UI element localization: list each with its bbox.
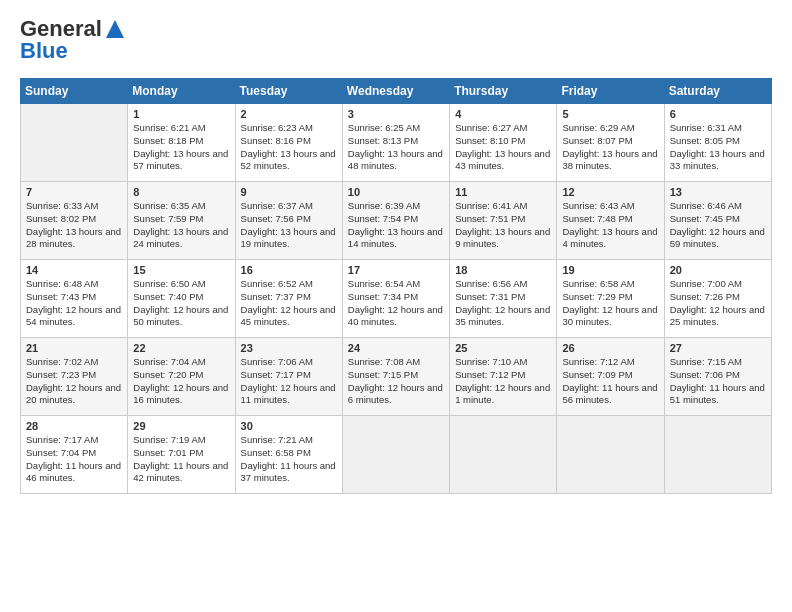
weekday-header: Tuesday	[235, 79, 342, 104]
day-number: 5	[562, 108, 658, 120]
day-number: 4	[455, 108, 551, 120]
calendar-day-cell: 7Sunrise: 6:33 AMSunset: 8:02 PMDaylight…	[21, 182, 128, 260]
day-number: 6	[670, 108, 766, 120]
day-info: Sunrise: 7:00 AMSunset: 7:26 PMDaylight:…	[670, 278, 766, 329]
day-info: Sunrise: 7:17 AMSunset: 7:04 PMDaylight:…	[26, 434, 122, 485]
header-row: SundayMondayTuesdayWednesdayThursdayFrid…	[21, 79, 772, 104]
day-number: 15	[133, 264, 229, 276]
day-info: Sunrise: 6:48 AMSunset: 7:43 PMDaylight:…	[26, 278, 122, 329]
day-number: 26	[562, 342, 658, 354]
calendar-day-cell: 26Sunrise: 7:12 AMSunset: 7:09 PMDayligh…	[557, 338, 664, 416]
day-info: Sunrise: 6:25 AMSunset: 8:13 PMDaylight:…	[348, 122, 444, 173]
day-info: Sunrise: 6:52 AMSunset: 7:37 PMDaylight:…	[241, 278, 337, 329]
day-info: Sunrise: 6:43 AMSunset: 7:48 PMDaylight:…	[562, 200, 658, 251]
calendar-day-cell: 22Sunrise: 7:04 AMSunset: 7:20 PMDayligh…	[128, 338, 235, 416]
weekday-header: Sunday	[21, 79, 128, 104]
weekday-header: Monday	[128, 79, 235, 104]
calendar-week-row: 28Sunrise: 7:17 AMSunset: 7:04 PMDayligh…	[21, 416, 772, 494]
calendar-day-cell: 29Sunrise: 7:19 AMSunset: 7:01 PMDayligh…	[128, 416, 235, 494]
day-number: 1	[133, 108, 229, 120]
calendar-day-cell: 11Sunrise: 6:41 AMSunset: 7:51 PMDayligh…	[450, 182, 557, 260]
day-info: Sunrise: 7:02 AMSunset: 7:23 PMDaylight:…	[26, 356, 122, 407]
day-info: Sunrise: 6:41 AMSunset: 7:51 PMDaylight:…	[455, 200, 551, 251]
calendar-day-cell: 13Sunrise: 6:46 AMSunset: 7:45 PMDayligh…	[664, 182, 771, 260]
day-number: 8	[133, 186, 229, 198]
day-number: 7	[26, 186, 122, 198]
calendar-day-cell: 18Sunrise: 6:56 AMSunset: 7:31 PMDayligh…	[450, 260, 557, 338]
calendar-day-cell: 27Sunrise: 7:15 AMSunset: 7:06 PMDayligh…	[664, 338, 771, 416]
day-info: Sunrise: 6:58 AMSunset: 7:29 PMDaylight:…	[562, 278, 658, 329]
day-info: Sunrise: 6:23 AMSunset: 8:16 PMDaylight:…	[241, 122, 337, 173]
day-number: 14	[26, 264, 122, 276]
day-number: 24	[348, 342, 444, 354]
page-header: General Blue	[20, 16, 772, 64]
day-info: Sunrise: 6:39 AMSunset: 7:54 PMDaylight:…	[348, 200, 444, 251]
day-info: Sunrise: 6:29 AMSunset: 8:07 PMDaylight:…	[562, 122, 658, 173]
day-info: Sunrise: 7:15 AMSunset: 7:06 PMDaylight:…	[670, 356, 766, 407]
day-number: 25	[455, 342, 551, 354]
calendar-week-row: 7Sunrise: 6:33 AMSunset: 8:02 PMDaylight…	[21, 182, 772, 260]
day-number: 29	[133, 420, 229, 432]
day-number: 17	[348, 264, 444, 276]
calendar-table: SundayMondayTuesdayWednesdayThursdayFrid…	[20, 78, 772, 494]
calendar-week-row: 1Sunrise: 6:21 AMSunset: 8:18 PMDaylight…	[21, 104, 772, 182]
calendar-day-cell	[557, 416, 664, 494]
day-info: Sunrise: 7:10 AMSunset: 7:12 PMDaylight:…	[455, 356, 551, 407]
day-number: 21	[26, 342, 122, 354]
calendar-day-cell: 24Sunrise: 7:08 AMSunset: 7:15 PMDayligh…	[342, 338, 449, 416]
calendar-day-cell	[450, 416, 557, 494]
day-info: Sunrise: 7:04 AMSunset: 7:20 PMDaylight:…	[133, 356, 229, 407]
day-number: 19	[562, 264, 658, 276]
day-number: 18	[455, 264, 551, 276]
day-info: Sunrise: 6:56 AMSunset: 7:31 PMDaylight:…	[455, 278, 551, 329]
calendar-week-row: 21Sunrise: 7:02 AMSunset: 7:23 PMDayligh…	[21, 338, 772, 416]
day-number: 10	[348, 186, 444, 198]
day-number: 27	[670, 342, 766, 354]
calendar-day-cell: 17Sunrise: 6:54 AMSunset: 7:34 PMDayligh…	[342, 260, 449, 338]
day-number: 30	[241, 420, 337, 432]
weekday-header: Saturday	[664, 79, 771, 104]
day-info: Sunrise: 7:19 AMSunset: 7:01 PMDaylight:…	[133, 434, 229, 485]
calendar-day-cell: 6Sunrise: 6:31 AMSunset: 8:05 PMDaylight…	[664, 104, 771, 182]
calendar-day-cell	[664, 416, 771, 494]
logo-icon	[104, 18, 126, 40]
weekday-header: Thursday	[450, 79, 557, 104]
calendar-day-cell: 28Sunrise: 7:17 AMSunset: 7:04 PMDayligh…	[21, 416, 128, 494]
calendar-day-cell	[21, 104, 128, 182]
calendar-week-row: 14Sunrise: 6:48 AMSunset: 7:43 PMDayligh…	[21, 260, 772, 338]
day-number: 16	[241, 264, 337, 276]
day-number: 23	[241, 342, 337, 354]
weekday-header: Friday	[557, 79, 664, 104]
day-number: 20	[670, 264, 766, 276]
day-number: 2	[241, 108, 337, 120]
weekday-header: Wednesday	[342, 79, 449, 104]
logo: General Blue	[20, 16, 126, 64]
calendar-day-cell: 19Sunrise: 6:58 AMSunset: 7:29 PMDayligh…	[557, 260, 664, 338]
calendar-day-cell: 23Sunrise: 7:06 AMSunset: 7:17 PMDayligh…	[235, 338, 342, 416]
day-number: 28	[26, 420, 122, 432]
day-info: Sunrise: 6:37 AMSunset: 7:56 PMDaylight:…	[241, 200, 337, 251]
day-info: Sunrise: 6:21 AMSunset: 8:18 PMDaylight:…	[133, 122, 229, 173]
day-info: Sunrise: 7:06 AMSunset: 7:17 PMDaylight:…	[241, 356, 337, 407]
calendar-day-cell: 9Sunrise: 6:37 AMSunset: 7:56 PMDaylight…	[235, 182, 342, 260]
calendar-day-cell: 21Sunrise: 7:02 AMSunset: 7:23 PMDayligh…	[21, 338, 128, 416]
svg-marker-0	[106, 20, 124, 38]
page-container: General Blue SundayMondayTuesdayWednesda…	[0, 0, 792, 504]
calendar-day-cell: 1Sunrise: 6:21 AMSunset: 8:18 PMDaylight…	[128, 104, 235, 182]
day-info: Sunrise: 6:46 AMSunset: 7:45 PMDaylight:…	[670, 200, 766, 251]
calendar-day-cell: 30Sunrise: 7:21 AMSunset: 6:58 PMDayligh…	[235, 416, 342, 494]
calendar-day-cell: 5Sunrise: 6:29 AMSunset: 8:07 PMDaylight…	[557, 104, 664, 182]
calendar-day-cell: 14Sunrise: 6:48 AMSunset: 7:43 PMDayligh…	[21, 260, 128, 338]
calendar-day-cell: 25Sunrise: 7:10 AMSunset: 7:12 PMDayligh…	[450, 338, 557, 416]
day-number: 9	[241, 186, 337, 198]
day-info: Sunrise: 6:31 AMSunset: 8:05 PMDaylight:…	[670, 122, 766, 173]
day-number: 12	[562, 186, 658, 198]
day-info: Sunrise: 7:12 AMSunset: 7:09 PMDaylight:…	[562, 356, 658, 407]
calendar-day-cell: 15Sunrise: 6:50 AMSunset: 7:40 PMDayligh…	[128, 260, 235, 338]
calendar-day-cell: 20Sunrise: 7:00 AMSunset: 7:26 PMDayligh…	[664, 260, 771, 338]
day-info: Sunrise: 6:35 AMSunset: 7:59 PMDaylight:…	[133, 200, 229, 251]
day-info: Sunrise: 7:08 AMSunset: 7:15 PMDaylight:…	[348, 356, 444, 407]
day-number: 11	[455, 186, 551, 198]
calendar-day-cell: 12Sunrise: 6:43 AMSunset: 7:48 PMDayligh…	[557, 182, 664, 260]
day-info: Sunrise: 6:50 AMSunset: 7:40 PMDaylight:…	[133, 278, 229, 329]
